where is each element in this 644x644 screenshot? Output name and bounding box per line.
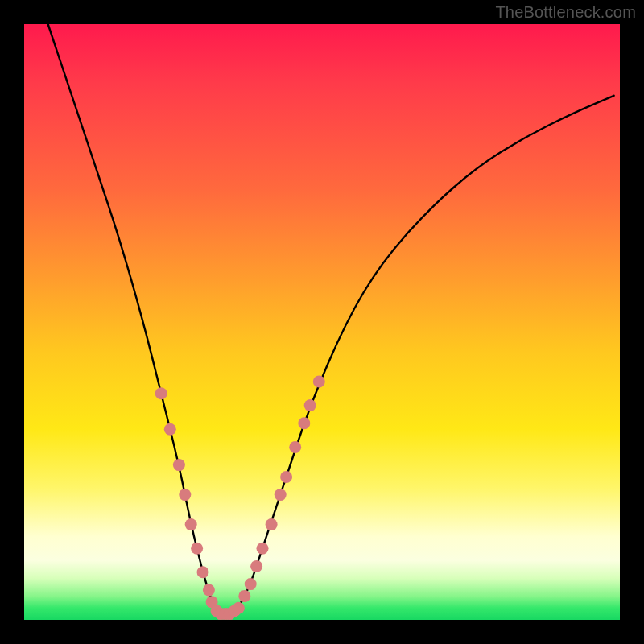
watermark-text: TheBottleneck.com: [495, 3, 636, 22]
plot-area: [24, 24, 620, 620]
marker-dot: [191, 543, 203, 555]
curve-svg: [24, 24, 620, 620]
marker-dot: [275, 489, 287, 501]
marker-dot: [280, 471, 292, 483]
marker-dot: [250, 560, 262, 572]
marker-dot: [313, 376, 325, 388]
marker-dot: [245, 578, 257, 590]
marker-dot: [266, 518, 278, 530]
marker-dots: [155, 376, 325, 621]
marker-dot: [185, 518, 197, 530]
marker-dot: [203, 584, 215, 597]
marker-dot: [257, 543, 269, 555]
marker-dot: [304, 399, 316, 411]
marker-dot: [197, 566, 209, 578]
marker-dot: [155, 387, 167, 399]
marker-dot: [289, 441, 301, 453]
marker-dot: [173, 459, 185, 471]
marker-dot: [238, 590, 250, 602]
marker-dot: [298, 417, 310, 429]
marker-dot: [233, 602, 245, 614]
marker-dot: [164, 423, 176, 436]
marker-dot: [179, 489, 191, 501]
chart-frame: TheBottleneck.com: [0, 0, 644, 644]
bottleneck-curve: [48, 24, 614, 614]
